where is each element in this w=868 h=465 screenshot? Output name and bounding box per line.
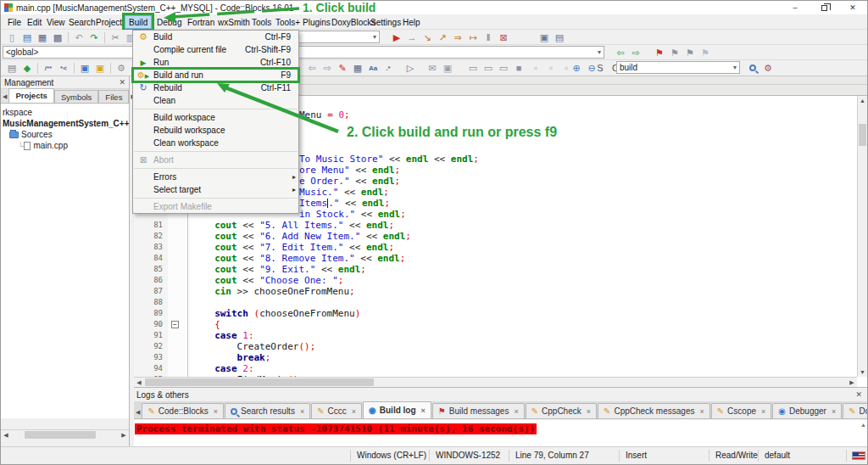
management-close-icon[interactable]: ✕ xyxy=(119,78,125,87)
restore-button[interactable] xyxy=(810,1,838,14)
log-tab-cppcheck[interactable]: ✎CppCheck× xyxy=(526,403,597,418)
management-tab-projects[interactable]: Projects xyxy=(8,88,54,103)
pointer-icon[interactable]: ▷ xyxy=(403,62,418,75)
build-menu-clean-workspace[interactable]: Clean workspace xyxy=(133,137,298,149)
stop-debug-icon[interactable]: ⊠ xyxy=(496,31,511,44)
symbol-browse-icon[interactable]: *< xyxy=(56,62,71,75)
wx-window-icon[interactable]: ▭ xyxy=(465,62,481,75)
build-menu-select-target[interactable]: Select target▸ xyxy=(133,183,298,196)
wx-panel-icon[interactable]: ▭ xyxy=(481,62,496,75)
tree-item-main-cpp[interactable]: └main.cpp xyxy=(1,140,129,151)
compiler-target-combo[interactable]: ▾ xyxy=(297,31,380,43)
tree-item-sources[interactable]: Sources xyxy=(1,129,129,140)
build-target-combo[interactable]: build▾ xyxy=(616,61,740,74)
tab-close-icon[interactable]: × xyxy=(352,407,356,416)
build-menu-build-and-run[interactable]: ⚙▶Build and runF9 xyxy=(133,69,298,81)
goto-back-icon[interactable]: ⇦ xyxy=(613,47,628,59)
build-menu-build-workspace[interactable]: Build workspace xyxy=(133,111,298,124)
goto-forward-icon[interactable]: ⇨ xyxy=(628,47,643,59)
build-menu-export-makefile[interactable]: Export Makefile xyxy=(133,200,298,213)
tab-close-icon[interactable]: × xyxy=(587,407,591,416)
tabs-scroll-left-icon[interactable]: ◀ xyxy=(1,93,8,103)
close-button[interactable]: ✕ xyxy=(838,1,867,14)
tree-item-musicmanagementsystem-c-m[interactable]: MusicManagementSystem_C++_M xyxy=(1,118,129,129)
tab-close-icon[interactable]: × xyxy=(832,407,836,416)
prev-bookmark-icon[interactable]: ⚑ xyxy=(667,47,682,59)
management-tab-symbols[interactable]: Symbols xyxy=(54,90,98,103)
logs-close-icon[interactable]: ✕ xyxy=(855,390,862,399)
menu-project[interactable]: Project xyxy=(92,15,125,29)
wx-border1-icon[interactable]: ▫ xyxy=(528,62,543,75)
codehelp-icon[interactable]: ▣ xyxy=(92,62,108,75)
wx-mail-icon[interactable]: ✉ xyxy=(425,62,440,75)
pause-icon[interactable]: ‖ xyxy=(481,31,496,44)
tab-close-icon[interactable]: × xyxy=(421,406,426,415)
log-tab-debugger[interactable]: ◉Debugger× xyxy=(772,403,842,418)
menu-debug[interactable]: Debug xyxy=(153,15,185,29)
step-out-icon[interactable]: ↗ xyxy=(435,31,450,44)
tab-close-icon[interactable]: × xyxy=(699,407,704,416)
build-menu-run[interactable]: ▶RunCtrl-F10 xyxy=(133,56,298,69)
fold-collapse-icon[interactable]: − xyxy=(171,321,179,328)
tab-close-icon[interactable]: × xyxy=(514,407,518,416)
undo-icon[interactable]: ↶ xyxy=(71,31,86,44)
library-icon[interactable]: ▦ xyxy=(350,62,365,75)
log-tab-code-blocks[interactable]: ✎Code::Blocks× xyxy=(142,403,224,418)
nav-back-icon[interactable]: ⇦ xyxy=(304,62,320,75)
build-menu-abort[interactable]: ⊠Abort xyxy=(133,154,298,166)
debug-info-icon[interactable]: ▤ xyxy=(552,31,567,44)
log-tab-doxy[interactable]: ✎Doxy× xyxy=(843,403,867,418)
incremental-search-icon[interactable] xyxy=(745,62,760,75)
run-to-cursor-icon[interactable]: ⇒ xyxy=(450,31,465,44)
tab-close-icon[interactable]: × xyxy=(761,407,765,416)
log-scroll-up-icon[interactable]: ▲ xyxy=(860,422,866,428)
editor-vscrollbar[interactable]: ▲ ▼ xyxy=(857,96,867,377)
redo-icon[interactable]: ↷ xyxy=(86,31,102,44)
wx-frame-icon[interactable]: ▣ xyxy=(440,62,455,75)
wx-border2-icon[interactable]: ▫ xyxy=(543,62,559,75)
management-hscrollbar[interactable]: ◀ ▶ xyxy=(1,429,129,440)
step-into-icon[interactable]: ↘ xyxy=(420,31,435,44)
search-options-wrench-icon[interactable]: ⚙ xyxy=(760,62,776,75)
log-tab-cccc[interactable]: ✎Cccc× xyxy=(311,403,362,418)
editor-hscrollbar[interactable]: ◀ ▶ xyxy=(134,377,857,387)
save-all-icon[interactable]: ▩ xyxy=(50,31,65,44)
highlight-pen-icon[interactable]: ✎ xyxy=(335,62,350,75)
log-tab-build-log[interactable]: ◉Build log× xyxy=(363,401,431,418)
case-icon[interactable]: Aa xyxy=(365,62,381,75)
nav-forward-icon[interactable]: ⇨ xyxy=(320,62,335,75)
regex-icon[interactable]: .* xyxy=(381,62,396,75)
log-tab-cppcheck-messages[interactable]: ✎CppCheck messages× xyxy=(598,403,710,418)
source-s-icon[interactable]: S xyxy=(593,62,608,75)
clear-bookmarks-icon[interactable]: ⚑ xyxy=(698,47,713,59)
toggle-bookmark-icon[interactable]: ⚑ xyxy=(652,47,667,59)
log-tab-cscope[interactable]: ✎Cscope× xyxy=(711,403,772,418)
codecomplete-icon[interactable]: ▣ xyxy=(77,62,92,75)
doc-comment-icon[interactable]: /** xyxy=(41,62,56,75)
wx-dialog-icon[interactable]: ▭ xyxy=(496,62,511,75)
debug-windows-icon[interactable]: ▣ xyxy=(537,31,552,44)
menu-wxsmith[interactable]: wxSmith xyxy=(214,15,253,29)
build-menu-compile-current-file[interactable]: Compile current fileCtrl-Shift-F9 xyxy=(133,43,298,56)
settings-wrench-icon[interactable]: ⚙ xyxy=(114,62,129,75)
log-tab-search-results[interactable]: Search results× xyxy=(225,403,310,418)
menu-edit[interactable]: Edit xyxy=(24,15,45,29)
zoom-in-icon[interactable]: ⊕ xyxy=(569,62,584,75)
build-menu-build[interactable]: ⚙BuildCtrl-F9 xyxy=(133,31,298,43)
minimize-button[interactable]: – xyxy=(781,1,810,14)
tab-close-icon[interactable]: × xyxy=(300,407,304,416)
debug-continue-icon[interactable]: ▶ xyxy=(389,31,404,44)
management-tab-files[interactable]: Files xyxy=(98,90,129,103)
step-over-icon[interactable]: → xyxy=(404,31,420,44)
tab-close-icon[interactable]: × xyxy=(214,407,218,416)
next-bookmark-icon[interactable]: ⚑ xyxy=(682,47,698,59)
build-menu-rebuild[interactable]: ↻RebuildCtrl-F11 xyxy=(133,81,298,94)
run-script-icon[interactable]: ◆ xyxy=(19,62,35,75)
menu-fortran[interactable]: Fortran xyxy=(184,15,218,29)
tree-item-rkspace[interactable]: rkspace xyxy=(1,107,129,118)
menu-build[interactable]: Build xyxy=(125,15,152,29)
print-icon[interactable]: ▤ xyxy=(4,62,19,75)
cut-icon[interactable]: ✂ xyxy=(108,31,123,44)
open-file-icon[interactable]: ▤ xyxy=(19,31,35,44)
wx-filled-icon[interactable]: ■ xyxy=(511,62,526,75)
